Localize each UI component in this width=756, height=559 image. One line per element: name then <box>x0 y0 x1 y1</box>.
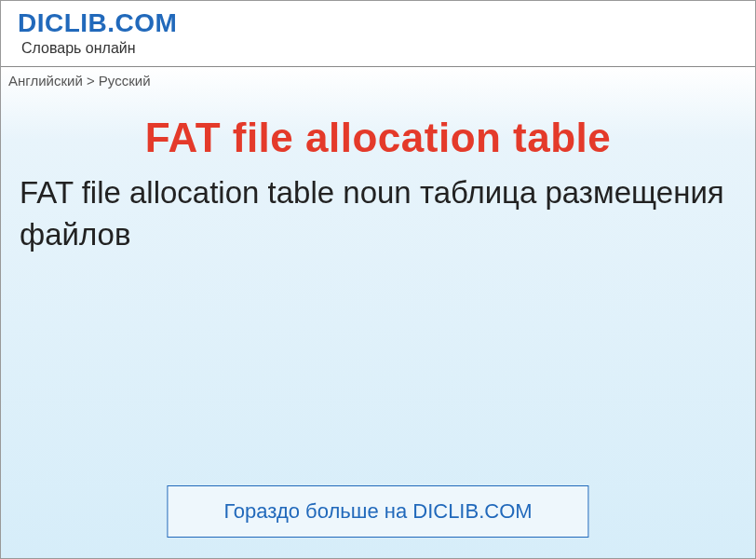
breadcrumb[interactable]: Английский > Русский <box>1 67 755 94</box>
more-link[interactable]: Гораздо больше на DICLIB.COM <box>167 485 588 538</box>
header: DICLIB.COM Словарь онлайн <box>1 1 755 61</box>
site-subtitle: Словарь онлайн <box>21 40 738 57</box>
site-title[interactable]: DICLIB.COM <box>18 8 738 38</box>
entry-definition: FAT file allocation table noun таблица р… <box>1 161 755 255</box>
entry-title: FAT file allocation table <box>1 115 755 161</box>
